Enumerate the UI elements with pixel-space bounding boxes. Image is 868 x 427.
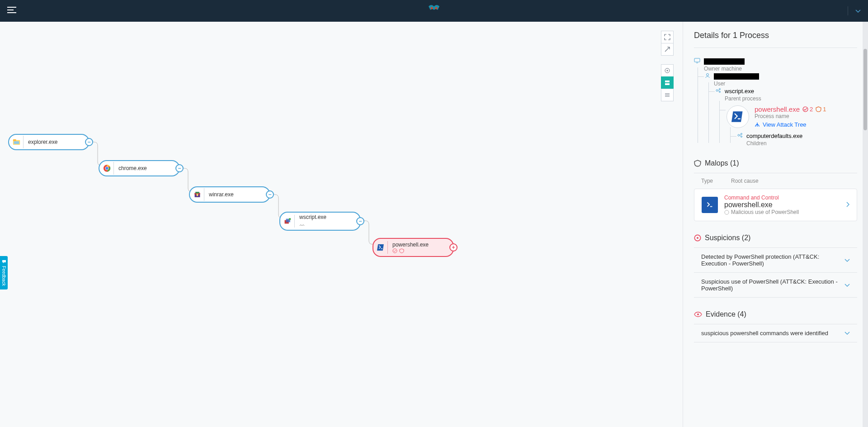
- malop-desc: Malicious use of PowerShell: [724, 209, 799, 215]
- current-process-row[interactable]: powershell.exe 2 1 Process name View Att…: [726, 105, 857, 128]
- process-icon: [737, 133, 743, 139]
- user-row[interactable]: [705, 72, 857, 81]
- process-icon: [716, 88, 721, 95]
- svg-point-25: [803, 107, 808, 112]
- shield-icon: [694, 160, 701, 167]
- svg-point-1: [435, 7, 438, 9]
- layout-button[interactable]: [661, 76, 674, 89]
- malops-section: Malops (1) TypeRoot cause Command and Co…: [694, 159, 857, 221]
- details-title: Details for 1 Process: [694, 31, 857, 48]
- svg-point-22: [716, 90, 718, 91]
- svg-point-3: [667, 70, 668, 71]
- tree-node-wscript[interactable]: wscript.exe −: [279, 212, 361, 231]
- chevron-down-icon: [844, 330, 850, 337]
- eye-icon: [694, 312, 702, 317]
- context-tree: Owner machine User wscript.exe Parent pr…: [694, 57, 857, 147]
- details-panel: Details for 1 Process Owner machine User…: [683, 22, 868, 427]
- svg-rect-5: [665, 83, 670, 85]
- feedback-tab[interactable]: Feedback: [0, 256, 8, 289]
- suspicions-section: Suspicions (2) Detected by PowerShell pr…: [694, 234, 857, 298]
- fit-screen-button[interactable]: [661, 31, 674, 43]
- parent-process-label: Parent process: [725, 95, 857, 102]
- svg-rect-7: [13, 139, 16, 141]
- collapse-button[interactable]: −: [85, 138, 93, 146]
- evidence-section: Evidence (4) suspicious powershell comma…: [694, 310, 857, 342]
- svg-rect-14: [195, 192, 199, 193]
- collapse-button[interactable]: −: [266, 190, 274, 199]
- malop-name: powershell.exe: [724, 201, 799, 209]
- tree-node-chrome[interactable]: chrome.exe −: [99, 160, 180, 176]
- evidence-heading: Evidence (4): [694, 310, 857, 324]
- target-icon: [694, 234, 701, 242]
- chevron-down-icon: [844, 257, 850, 264]
- monitor-icon: [694, 58, 700, 65]
- process-tree-canvas[interactable]: explorer.exe − chrome.exe − winrar.exe −…: [0, 22, 683, 427]
- evidence-item[interactable]: suspicious powershell commands were iden…: [694, 324, 857, 342]
- chevron-right-icon: [846, 201, 849, 209]
- scrollbar-thumb[interactable]: [863, 49, 867, 130]
- list-button[interactable]: [661, 89, 674, 101]
- redacted-user: [714, 73, 759, 80]
- svg-point-26: [738, 134, 740, 136]
- wscript-icon: [282, 215, 295, 228]
- user-label: User: [714, 81, 857, 87]
- children-label: Children: [746, 140, 857, 147]
- view-attack-tree-link[interactable]: View Attack Tree: [755, 121, 826, 128]
- malops-heading: Malops (1): [694, 159, 857, 173]
- settings-button[interactable]: [661, 64, 674, 77]
- process-name-label: Process name: [755, 113, 826, 119]
- svg-rect-20: [694, 58, 700, 62]
- tree-node-explorer[interactable]: explorer.exe −: [8, 134, 90, 150]
- svg-point-21: [707, 74, 709, 76]
- user-menu-dropdown[interactable]: [855, 7, 861, 15]
- chevron-down-icon: [844, 282, 850, 289]
- expand-button[interactable]: [661, 43, 674, 56]
- node-label: explorer.exe: [28, 139, 57, 145]
- malop-icon: [399, 248, 404, 253]
- svg-rect-15: [197, 194, 198, 196]
- suspicion-icon: [392, 248, 397, 253]
- hamburger-menu-icon[interactable]: [7, 7, 16, 15]
- separator: [848, 6, 848, 15]
- collapse-button[interactable]: −: [175, 164, 184, 172]
- malops-table-header: TypeRoot cause: [694, 173, 857, 189]
- svg-point-31: [697, 237, 698, 239]
- chrome-icon: [101, 162, 114, 175]
- svg-point-29: [725, 210, 729, 214]
- node-label: powershell.exe: [392, 242, 429, 248]
- redacted-machine: [704, 58, 745, 65]
- svg-point-11: [106, 167, 108, 170]
- tree-node-powershell[interactable]: powershell.exe +: [373, 238, 454, 257]
- user-icon: [705, 73, 710, 80]
- powershell-icon: [375, 241, 388, 254]
- suspicion-item[interactable]: Suspicious use of PowerShell (ATT&CK: Ex…: [694, 273, 857, 298]
- malop-item[interactable]: Command and Control powershell.exe Malic…: [694, 189, 857, 221]
- suspicions-heading: Suspicions (2): [694, 234, 857, 248]
- child-process-row[interactable]: computerdefaults.exe: [737, 132, 857, 140]
- node-label: winrar.exe: [209, 191, 234, 198]
- owner-machine-label: Owner machine: [704, 66, 857, 72]
- collapse-button[interactable]: −: [356, 217, 364, 225]
- svg-point-0: [431, 7, 433, 9]
- tree-node-winrar[interactable]: winrar.exe −: [189, 186, 270, 203]
- child-process-name: computerdefaults.exe: [746, 133, 802, 139]
- parent-process-row[interactable]: wscript.exe: [716, 87, 857, 95]
- owner-machine-row[interactable]: [694, 57, 857, 66]
- powershell-icon: [702, 197, 718, 213]
- suspicion-item[interactable]: Detected by PowerShell protection (ATT&C…: [694, 248, 857, 273]
- canvas-toolbar: [661, 31, 674, 56]
- parent-process-name: wscript.exe: [725, 88, 754, 95]
- svg-rect-4: [665, 81, 670, 82]
- svg-point-32: [697, 313, 699, 315]
- expand-button[interactable]: +: [449, 243, 458, 251]
- canvas-toolbar-2: [661, 64, 674, 101]
- node-label: chrome.exe: [118, 165, 147, 171]
- malop-category: Command and Control: [724, 195, 799, 201]
- owl-logo-icon: [427, 4, 441, 18]
- winrar-icon: [192, 188, 204, 201]
- app-header: [0, 0, 868, 22]
- malop-badge: 1: [816, 106, 826, 113]
- svg-rect-8: [14, 141, 19, 144]
- powershell-icon: [726, 105, 749, 128]
- header-right: [844, 6, 861, 15]
